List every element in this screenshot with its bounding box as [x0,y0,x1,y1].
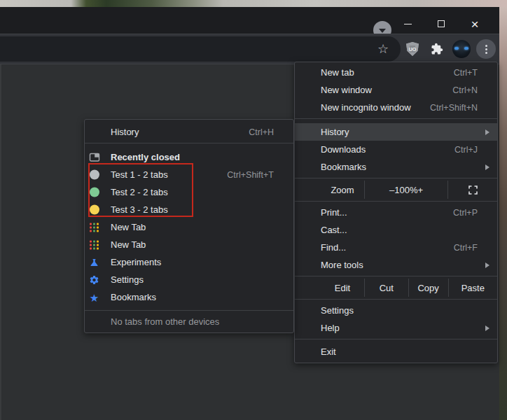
menu-item-label: Experiments [111,257,161,267]
submenu-item-closed-window[interactable]: Test 1 - 2 tabs Ctrl+Shift+T [85,166,293,183]
edit-row: Edit Cut Copy Paste [295,279,497,297]
submenu-arrow-icon [485,130,489,135]
window-favicon-yellow [88,204,100,216]
new-tab-grid-icon [88,239,100,251]
menu-item-new-window[interactable]: New window Ctrl+N [295,81,497,99]
submenu-item-recently-closed[interactable]: Recently closed [85,148,293,166]
menu-item-label: Settings [321,305,354,316]
menu-item-label: Downloads [321,144,366,155]
browser-menu: New tab Ctrl+T New window Ctrl+N New inc… [294,62,498,363]
restore-window-icon [88,151,100,163]
kebab-dot [485,48,487,50]
menu-item-print[interactable]: Print... Ctrl+P [295,204,497,221]
menu-item-label: New incognito window [321,102,411,113]
zoom-level-value: 100% [394,185,417,195]
edit-label: Edit [295,279,364,297]
cut-button[interactable]: Cut [365,279,408,297]
ublock-badge-text: UO [409,47,417,52]
menu-item-find[interactable]: Find... Ctrl+F [295,239,497,256]
bookmarks-star-icon: ★ [88,291,100,303]
copy-button[interactable]: Copy [409,279,448,297]
history-submenu: History Ctrl+H Recently closed Test 1 - … [84,119,294,333]
menu-separator [295,299,497,300]
menu-item-label: Print... [321,207,347,218]
menu-item-label: No tabs from other devices [111,316,219,327]
submenu-item-no-tabs: No tabs from other devices [85,313,293,330]
menu-separator [295,178,497,178]
menu-item-label: Test 1 - 2 tabs [111,169,168,180]
menu-item-label: More tools [321,260,363,270]
settings-gear-icon [88,274,100,286]
close-icon: × [471,18,478,31]
extensions-puzzle-icon[interactable] [431,43,443,55]
menu-item-cast[interactable]: Cast... [295,221,497,239]
submenu-item-closed-window[interactable]: Test 2 - 2 tabs [85,183,293,201]
zoom-in-button[interactable]: + [417,185,423,195]
zoom-row: Zoom – 100% + [295,181,497,199]
menu-item-more-tools[interactable]: More tools [295,256,497,274]
menu-item-label: Bookmarks [321,162,366,172]
window-controls: × [391,14,492,34]
menu-item-shortcut: Ctrl+F [454,243,491,253]
menu-item-settings[interactable]: Settings [295,302,497,319]
submenu-item-closed-window[interactable]: Test 3 - 2 tabs [85,201,293,218]
menu-separator [85,143,293,144]
titlebar: × [0,7,499,34]
menu-item-label: New tab [321,67,354,78]
menu-item-bookmarks[interactable]: Bookmarks [295,158,497,176]
chevron-down-icon [379,29,386,33]
menu-item-label: History [321,127,349,137]
address-bar[interactable] [0,36,401,62]
menu-item-new-tab[interactable]: New tab Ctrl+T [295,64,497,81]
experiments-flask-icon [88,256,100,268]
profile-avatar[interactable] [452,40,471,58]
puzzle-glyph [431,43,443,55]
wallpaper-right-strip [499,7,507,420]
menu-item-label: History [111,127,139,137]
submenu-item-bookmarks[interactable]: ★ Bookmarks [85,288,293,306]
menu-item-label: Test 3 - 2 tabs [111,204,168,215]
menu-item-label: Recently closed [111,152,180,162]
menu-item-label: New window [321,85,372,95]
new-tab-grid-icon [88,221,100,233]
menu-item-help[interactable]: Help [295,319,497,337]
menu-item-downloads[interactable]: Downloads Ctrl+J [295,141,497,158]
wallpaper-top-strip [0,0,507,7]
maximize-icon [438,20,445,27]
menu-item-label: New Tab [111,239,146,250]
zoom-out-button[interactable]: – [389,185,394,195]
close-button[interactable]: × [458,14,492,34]
minimize-button[interactable] [391,14,424,34]
submenu-item-settings[interactable]: Settings [85,271,293,288]
browser-menu-button[interactable] [476,39,496,59]
menu-item-shortcut: Ctrl+P [453,208,491,218]
menu-item-label: Help [321,323,340,333]
maximize-button[interactable] [424,14,458,34]
menu-separator [295,118,497,119]
menu-separator [295,201,497,202]
menu-item-new-incognito-window[interactable]: New incognito window Ctrl+Shift+N [295,99,497,116]
menu-item-exit[interactable]: Exit [295,343,497,360]
submenu-item-experiments[interactable]: Experiments [85,253,293,271]
fullscreen-button[interactable] [448,181,497,199]
submenu-item-new-tab[interactable]: New Tab [85,218,293,236]
window-favicon-green [88,186,100,198]
submenu-arrow-icon [485,326,489,331]
menu-separator [295,276,497,276]
kebab-dot [485,45,487,47]
menu-item-label: New Tab [111,222,146,232]
minimize-icon [404,24,412,24]
submenu-arrow-icon [485,262,489,268]
submenu-item-new-tab[interactable]: New Tab [85,236,293,253]
menu-item-label: Settings [111,274,144,285]
avatar-eye [464,47,468,50]
avatar-eye [454,47,459,50]
bookmark-star-button[interactable]: ☆ [375,41,391,57]
window-favicon-gray [88,169,100,181]
paste-button[interactable]: Paste [449,279,498,297]
menu-item-history[interactable]: History [295,123,497,141]
submenu-item-history[interactable]: History Ctrl+H [85,123,293,141]
menu-item-label: Find... [321,242,346,253]
menu-item-shortcut: Ctrl+T [454,68,491,78]
menu-item-label: Cast... [321,225,347,235]
